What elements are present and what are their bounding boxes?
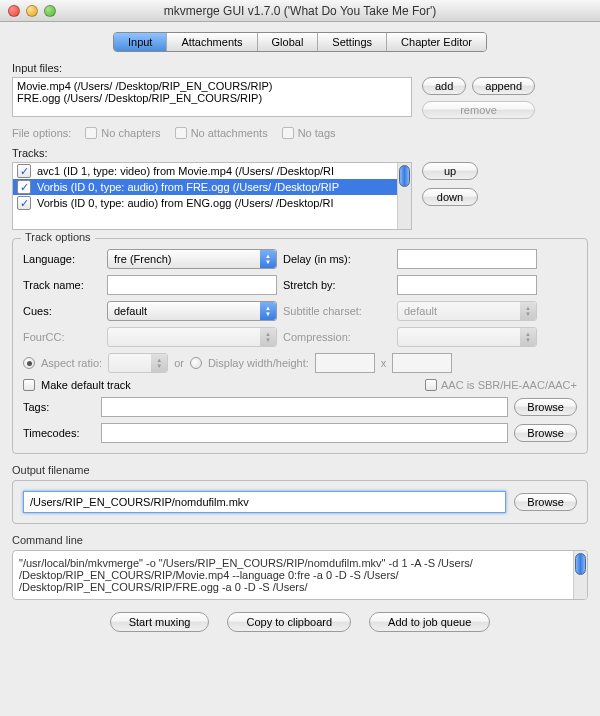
tab-global[interactable]: Global [258,33,319,51]
delay-input[interactable] [397,249,537,269]
subtitle-charset-select: default▲▼ [397,301,537,321]
input-files-label: Input files: [12,62,588,74]
track-row[interactable]: ✓Vorbis (ID 0, type: audio) from FRE.ogg… [13,179,411,195]
aac-sbr-checkbox: AAC is SBR/HE-AAC/AAC+ [425,379,577,391]
make-default-label: Make default track [41,379,131,391]
command-line-label: Command line [12,534,588,546]
updown-arrows-icon: ▲▼ [520,302,536,320]
compression-select: ▲▼ [397,327,537,347]
output-filename-input[interactable] [23,491,506,513]
tags-input[interactable] [101,397,508,417]
updown-arrows-icon: ▲▼ [520,328,536,346]
tab-settings[interactable]: Settings [318,33,387,51]
input-files-list[interactable]: Movie.mp4 (/Users/ /Desktop/RIP_EN_COURS… [12,77,412,117]
language-select[interactable]: fre (French)▲▼ [107,249,277,269]
command-line-box[interactable]: "/usr/local/bin/mkvmerge" -o "/Users/RIP… [12,550,588,600]
timecodes-label: Timecodes: [23,427,95,439]
timecodes-browse-button[interactable]: Browse [514,424,577,442]
tab-input[interactable]: Input [114,33,167,51]
scrollbar-thumb[interactable] [399,165,410,187]
tracks-list[interactable]: ✓avc1 (ID 1, type: video) from Movie.mp4… [12,162,412,230]
track-name-input[interactable] [107,275,277,295]
updown-arrows-icon: ▲▼ [260,250,276,268]
tab-attachments[interactable]: Attachments [167,33,257,51]
add-button[interactable]: add [422,77,466,95]
updown-arrows-icon: ▲▼ [260,328,276,346]
updown-arrows-icon: ▲▼ [151,354,167,372]
delay-label: Delay (in ms): [283,253,391,265]
display-wh-label: Display width/height: [208,357,309,369]
output-filename-label: Output filename [12,464,588,476]
start-muxing-button[interactable]: Start muxing [110,612,210,632]
checkbox-icon[interactable]: ✓ [17,164,31,178]
track-row[interactable]: ✓avc1 (ID 1, type: video) from Movie.mp4… [13,163,411,179]
cues-label: Cues: [23,305,101,317]
tab-bar: Input Attachments Global Settings Chapte… [12,32,588,52]
make-default-checkbox[interactable] [23,379,35,391]
fourcc-label: FourCC: [23,331,101,343]
copy-clipboard-button[interactable]: Copy to clipboard [227,612,351,632]
track-name-label: Track name: [23,279,101,291]
up-button[interactable]: up [422,162,478,180]
track-options-group: Track options Language: fre (French)▲▼ D… [12,238,588,454]
aspect-ratio-select: ▲▼ [108,353,168,373]
scrollbar[interactable] [573,551,587,599]
no-chapters-checkbox: No chapters [85,127,160,139]
fourcc-select: ▲▼ [107,327,277,347]
compression-label: Compression: [283,331,391,343]
file-options-row: File options: No chapters No attachments… [12,127,588,139]
checkbox-icon[interactable]: ✓ [17,180,31,194]
output-browse-button[interactable]: Browse [514,493,577,511]
stretch-input[interactable] [397,275,537,295]
display-height-input [392,353,452,373]
no-attachments-checkbox: No attachments [175,127,268,139]
updown-arrows-icon: ▲▼ [260,302,276,320]
list-item[interactable]: FRE.ogg (/Users/ /Desktop/RIP_EN_COURS/R… [17,92,407,104]
list-item[interactable]: Movie.mp4 (/Users/ /Desktop/RIP_EN_COURS… [17,80,407,92]
scrollbar[interactable] [397,163,411,229]
command-line-text: "/usr/local/bin/mkvmerge" -o "/Users/RIP… [19,557,581,593]
display-width-input [315,353,375,373]
remove-button[interactable]: remove [422,101,535,119]
aspect-ratio-label: Aspect ratio: [41,357,102,369]
titlebar: mkvmerge GUI v1.7.0 ('What Do You Take M… [0,0,600,22]
append-button[interactable]: append [472,77,535,95]
checkbox-icon[interactable]: ✓ [17,196,31,210]
aspect-ratio-radio[interactable] [23,357,35,369]
add-job-queue-button[interactable]: Add to job queue [369,612,490,632]
language-label: Language: [23,253,101,265]
track-row[interactable]: ✓Vorbis (ID 0, type: audio) from ENG.ogg… [13,195,411,211]
tags-label: Tags: [23,401,95,413]
tracks-label: Tracks: [12,147,588,159]
file-options-label: File options: [12,127,71,139]
stretch-label: Stretch by: [283,279,391,291]
no-tags-checkbox: No tags [282,127,336,139]
x-label: x [381,357,387,369]
scrollbar-thumb[interactable] [575,553,586,575]
tags-browse-button[interactable]: Browse [514,398,577,416]
display-wh-radio[interactable] [190,357,202,369]
or-label: or [174,357,184,369]
down-button[interactable]: down [422,188,478,206]
window-title: mkvmerge GUI v1.7.0 ('What Do You Take M… [0,4,600,18]
tab-chapter-editor[interactable]: Chapter Editor [387,33,486,51]
timecodes-input[interactable] [101,423,508,443]
cues-select[interactable]: default▲▼ [107,301,277,321]
subtitle-charset-label: Subtitle charset: [283,305,391,317]
track-options-legend: Track options [21,231,95,243]
